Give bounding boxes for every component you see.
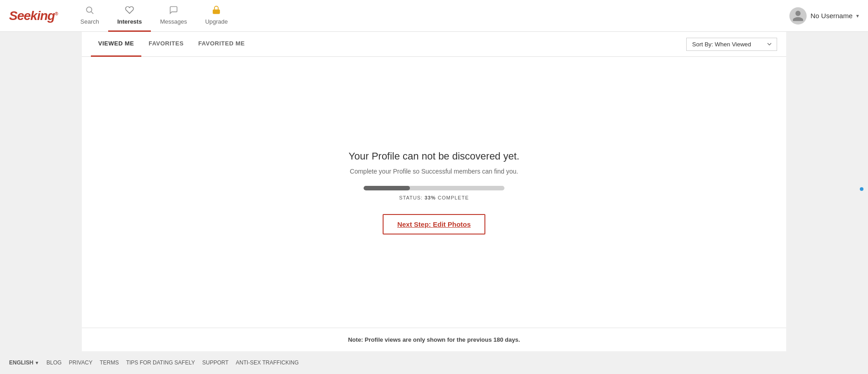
nav-item-interests[interactable]: Interests xyxy=(108,0,151,32)
nav-label-search: Search xyxy=(80,18,99,25)
header: Seeking® Search Interests Messages xyxy=(0,0,868,32)
content-area: Viewed Me Favorites Favorited Me Sort By… xyxy=(82,32,786,351)
nav-label-messages: Messages xyxy=(160,18,187,25)
blue-dot-indicator xyxy=(860,187,863,191)
tab-favorites[interactable]: Favorites xyxy=(141,32,191,57)
avatar-icon xyxy=(792,10,804,22)
footer: ENGLISH ▼ BLOG PRIVACY TERMS TIPS FOR DA… xyxy=(0,351,868,374)
heart-icon xyxy=(125,5,134,17)
nav-item-upgrade[interactable]: Upgrade xyxy=(196,0,237,32)
sidebar-left xyxy=(0,32,82,351)
avatar xyxy=(789,7,807,25)
user-menu[interactable]: No Username ▾ xyxy=(789,7,859,25)
tab-viewed-me[interactable]: Viewed Me xyxy=(91,32,141,57)
empty-title: Your Profile can not be discovered yet. xyxy=(349,150,519,162)
progress-bar-container xyxy=(364,186,504,190)
language-dropdown-icon: ▼ xyxy=(35,360,39,365)
logo[interactable]: Seeking® xyxy=(9,9,58,23)
empty-subtitle: Complete your Profile so Successful memb… xyxy=(350,168,518,175)
sort-by-container: Sort By: When Viewed xyxy=(686,38,777,51)
svg-rect-2 xyxy=(213,10,220,14)
footer-anti-trafficking[interactable]: ANTI-SEX TRAFFICKING xyxy=(236,359,299,366)
empty-state: Your Profile can not be discovered yet. … xyxy=(82,57,786,328)
progress-bar-fill xyxy=(364,186,410,190)
message-icon xyxy=(169,5,178,17)
nav-item-messages[interactable]: Messages xyxy=(151,0,196,32)
footer-terms[interactable]: TERMS xyxy=(100,359,119,366)
footer-support[interactable]: SUPPORT xyxy=(202,359,229,366)
svg-line-1 xyxy=(91,11,94,14)
tabs-bar: Viewed Me Favorites Favorited Me Sort By… xyxy=(82,32,786,57)
search-icon xyxy=(85,5,94,17)
svg-point-0 xyxy=(87,7,92,12)
nav-label-interests: Interests xyxy=(117,18,142,25)
footer-blog[interactable]: BLOG xyxy=(46,359,61,366)
nav-label-upgrade: Upgrade xyxy=(205,18,228,25)
chevron-down-icon: ▾ xyxy=(856,13,859,19)
sidebar-right xyxy=(786,32,868,351)
username-label: No Username xyxy=(810,12,853,20)
main-nav: Search Interests Messages Upgrade xyxy=(71,0,790,32)
note-bar: Note: Profile views are only shown for t… xyxy=(82,328,786,351)
status-text: STATUS: 33% COMPLETE xyxy=(399,195,469,200)
next-step-button[interactable]: Next Step: Edit Photos xyxy=(383,214,485,234)
sort-by-select[interactable]: Sort By: When Viewed xyxy=(686,38,777,51)
main-wrapper: Viewed Me Favorites Favorited Me Sort By… xyxy=(0,32,868,351)
lock-icon xyxy=(212,5,221,17)
next-step-action: Edit Photos xyxy=(433,220,471,228)
nav-item-search[interactable]: Search xyxy=(71,0,108,32)
footer-tips[interactable]: TIPS FOR DATING SAFELY xyxy=(126,359,195,366)
footer-language[interactable]: ENGLISH ▼ xyxy=(9,359,39,366)
tab-favorited-me[interactable]: Favorited Me xyxy=(191,32,252,57)
footer-privacy[interactable]: PRIVACY xyxy=(69,359,93,366)
